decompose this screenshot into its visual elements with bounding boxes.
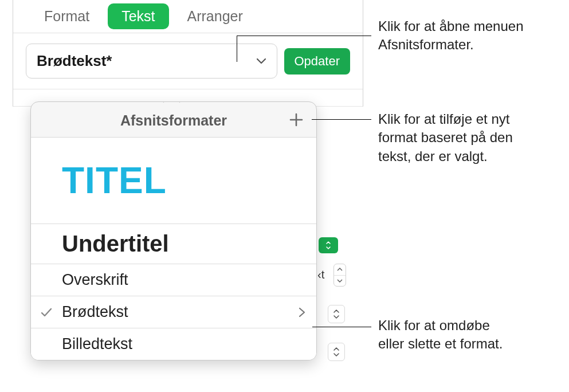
callout-connector [237, 36, 237, 62]
callout-line-2: Afsnitsformater. [378, 36, 524, 54]
style-label: Brødtekst [62, 303, 128, 321]
callout-text: Klik for at omdøbe eller slette et forma… [378, 316, 503, 354]
callout-line-1: Klik for at tilføje et nyt [378, 110, 513, 128]
callout-connector [312, 119, 371, 120]
stepper-down-icon [334, 276, 346, 287]
callout-text: Klik for at åbne menuen Afsnitsformater. [378, 17, 524, 54]
paragraph-style-dropdown[interactable]: Brødtekst* [26, 44, 277, 79]
checkmark-icon [40, 306, 53, 319]
callout-line-2: format baseret på den [378, 128, 513, 147]
style-item-broedtekst[interactable]: Brødtekst [31, 296, 316, 328]
tab-bar: Format Tekst Arranger [13, 0, 363, 33]
style-item-undertitel[interactable]: Undertitel [31, 224, 316, 264]
current-style-label: Brødtekst* [37, 52, 112, 70]
update-button[interactable]: Opdater [284, 48, 351, 75]
style-label: Overskrift [62, 271, 128, 289]
stepper-control[interactable] [333, 264, 346, 287]
add-style-button[interactable] [289, 112, 304, 127]
tab-tekst[interactable]: Tekst [108, 3, 168, 29]
inspector-panel: Format Tekst Arranger Brødtekst* Opdater [13, 0, 363, 107]
callout-line-3: tekst, der er valgt. [378, 147, 513, 166]
dropdown-chevron-control[interactable] [328, 343, 345, 361]
callout-connector [237, 36, 371, 36]
style-label: Billedtekst [62, 335, 132, 353]
bg-text-fragment: ‹t [317, 268, 324, 281]
popup-control-green[interactable] [319, 237, 338, 253]
style-item-billedtekst[interactable]: Billedtekst [31, 328, 316, 360]
chevron-down-icon [256, 56, 266, 66]
callout-connector [312, 327, 371, 327]
style-item-titel[interactable]: TITEL [31, 138, 316, 224]
style-row: Brødtekst* Opdater [26, 44, 350, 79]
style-section: Brødtekst* Opdater [13, 33, 363, 89]
callout-text: Klik for at tilføje et nyt format basere… [378, 110, 513, 166]
callout-line-1: Klik for at åbne menuen [378, 17, 524, 36]
dropdown-chevron-control[interactable] [328, 305, 345, 323]
callout-line-1: Klik for at omdøbe [378, 316, 503, 335]
style-label: Undertitel [62, 231, 169, 257]
chevron-right-icon[interactable] [298, 307, 306, 318]
style-label: TITEL [62, 159, 167, 202]
callout-line-2: eller slette et format. [378, 335, 503, 353]
style-item-overskrift[interactable]: Overskrift [31, 264, 316, 296]
paragraph-styles-popup: Afsnitsformater TITEL Undertitel Overskr… [30, 101, 317, 360]
tab-format[interactable]: Format [30, 3, 103, 29]
stepper-up-icon [334, 264, 346, 276]
popup-header: Afsnitsformater [31, 102, 316, 138]
tab-arranger[interactable]: Arranger [174, 3, 257, 29]
popup-title: Afsnitsformater [120, 112, 227, 129]
